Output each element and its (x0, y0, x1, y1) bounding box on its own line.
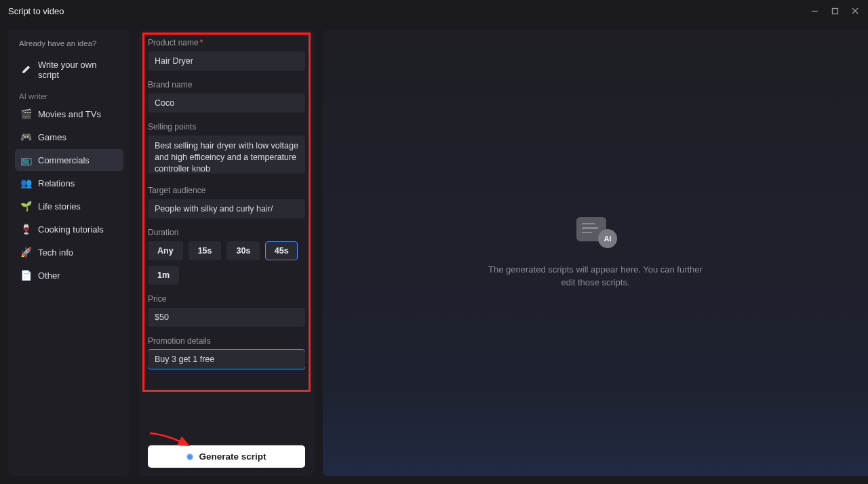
duration-chip-any[interactable]: Any (148, 241, 183, 260)
pencil-icon (20, 64, 31, 75)
cooking-tutorials-icon: 🍷 (20, 224, 31, 235)
generate-script-button[interactable]: Generate script (148, 445, 305, 468)
field-selling-points: Selling points (148, 122, 305, 176)
field-brand-name: Brand name (148, 80, 305, 113)
field-promotion-details: Promotion details (148, 336, 305, 369)
sidebar-item-label: Tech info (38, 247, 73, 258)
window-controls (810, 6, 860, 16)
relations-icon: 👥 (20, 178, 31, 188)
other-icon: 📄 (20, 270, 31, 281)
field-product-name: Product name* (148, 38, 305, 70)
sidebar-item-games[interactable]: 🎮Games (15, 126, 123, 148)
sidebar-item-label: Movies and TVs (38, 109, 101, 119)
sparkle-icon (186, 453, 193, 460)
field-duration: Duration Any15s30s45s1m (148, 228, 305, 285)
sidebar-item-tech-info[interactable]: 🚀Tech info (15, 241, 123, 263)
field-price: Price (148, 294, 305, 327)
selling-points-label: Selling points (148, 122, 305, 132)
brand-name-input[interactable] (148, 94, 305, 113)
sidebar-item-movies-tvs[interactable]: 🎬Movies and TVs (15, 103, 123, 125)
sidebar-item-label: Games (38, 132, 66, 142)
sidebar-item-commercials[interactable]: 📺Commercials (15, 149, 123, 171)
duration-chip-15s[interactable]: 15s (189, 241, 222, 260)
target-audience-label: Target audience (148, 186, 305, 195)
preview-empty-text: The generated scripts will appear here. … (487, 263, 704, 289)
duration-chips: Any15s30s45s1m (148, 241, 305, 285)
duration-chip-1m[interactable]: 1m (148, 266, 179, 285)
sidebar-item-life-stories[interactable]: 🌱Life stories (15, 195, 123, 217)
price-label: Price (148, 294, 305, 304)
preview-panel: AI The generated scripts will appear her… (323, 30, 868, 476)
maximize-icon[interactable] (830, 6, 840, 16)
sidebar-item-label: Commercials (38, 155, 90, 165)
sidebar-item-label: Cooking tutorials (38, 224, 104, 235)
life-stories-icon: 🌱 (20, 201, 31, 211)
movies-tvs-icon: 🎬 (20, 108, 31, 119)
sidebar: Already have an idea? Write your own scr… (8, 30, 130, 476)
brand-name-label: Brand name (148, 80, 305, 89)
window-title: Script to video (8, 6, 64, 16)
sidebar-idea-header: Already have an idea? (15, 39, 123, 47)
promotion-details-label: Promotion details (148, 336, 305, 346)
close-icon[interactable] (850, 6, 860, 16)
duration-chip-45s[interactable]: 45s (265, 241, 298, 260)
sidebar-item-cooking-tutorials[interactable]: 🍷Cooking tutorials (15, 218, 123, 240)
selling-points-input[interactable] (148, 136, 305, 174)
commercials-icon: 📺 (20, 155, 31, 165)
tech-info-icon: 🚀 (20, 247, 31, 258)
duration-chip-30s[interactable]: 30s (226, 241, 260, 260)
sidebar-item-other[interactable]: 📄Other (15, 264, 123, 286)
main-layout: Already have an idea? Write your own scr… (0, 22, 868, 484)
target-audience-input[interactable] (148, 199, 305, 218)
svg-rect-1 (832, 8, 837, 14)
product-name-label: Product name* (148, 38, 305, 47)
product-name-input[interactable] (148, 52, 305, 70)
price-input[interactable] (148, 308, 305, 327)
games-icon: 🎮 (20, 132, 31, 142)
form-panel: Product name* Brand name Selling points … (138, 30, 315, 476)
sidebar-item-label: Write your own script (38, 60, 118, 80)
form-footer: Generate script (148, 439, 305, 468)
sidebar-item-label: Other (38, 270, 60, 281)
sidebar-item-relations[interactable]: 👥Relations (15, 172, 123, 194)
generate-button-label: Generate script (199, 451, 266, 462)
promotion-details-input[interactable] (148, 350, 305, 369)
field-target-audience: Target audience (148, 186, 305, 218)
sidebar-item-label: Life stories (38, 201, 81, 211)
sidebar-item-label: Relations (38, 178, 75, 188)
sidebar-write-own[interactable]: Write your own script (15, 54, 123, 85)
preview-empty-icon: AI (576, 217, 614, 247)
duration-label: Duration (148, 228, 305, 237)
form-scroll[interactable]: Product name* Brand name Selling points … (148, 38, 305, 439)
ai-badge-icon: AI (598, 229, 617, 248)
sidebar-ai-writer-label: AI writer (15, 88, 123, 103)
required-star: * (200, 38, 203, 47)
titlebar: Script to video (0, 0, 868, 22)
minimize-icon[interactable] (810, 6, 819, 16)
